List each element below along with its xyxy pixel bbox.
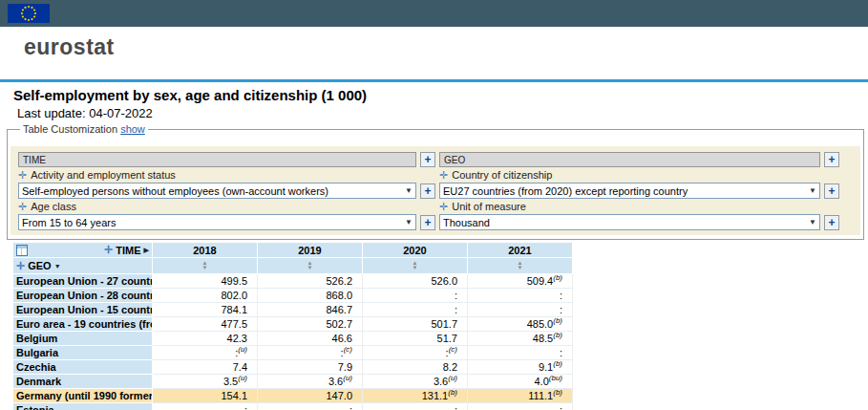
citizenship-add-button[interactable]: + [824,183,839,199]
time-add-button[interactable]: + [420,152,435,167]
data-cell: 51.7 [363,332,468,346]
table-row[interactable]: Euro area - 19 countries (fron477.5502.7… [13,317,573,332]
data-cell: 131.1(b) [363,389,468,403]
data-cell: 7.4 [153,360,258,375]
chevron-down-icon: ▼ [401,218,413,227]
geo-row-header: Bulgaria [13,346,153,360]
citizenship-select[interactable]: EU27 countries (from 2020) except report… [439,183,820,199]
move-icon[interactable]: ✛ [16,261,25,271]
unit-add-button[interactable]: + [824,215,839,230]
table-icon[interactable] [16,245,28,256]
unit-filter-label: ✛ Unit of measure [439,201,839,213]
chevron-down-icon: ▼ [401,186,413,195]
page-title: Self-employment by sex, age and citizens… [13,87,868,104]
data-cell: :(u) [153,346,258,360]
data-cell: 46.6 [258,332,363,346]
move-icon[interactable]: ✛ [104,245,113,255]
table-row[interactable]: Czechia7.47.98.29.1(b) [13,360,573,375]
time-column-header-cell: ✛ TIME ▶ [13,243,153,258]
table-row[interactable]: Denmark3.5(u)3.6(u)3.6(u)4.0(bu) [13,375,573,389]
data-cell: 8.2 [363,360,468,375]
geo-row-header: European Union - 28 countrie [13,289,153,303]
data-cell: 509.4(b) [468,274,573,289]
chevron-down-icon[interactable]: ▼ [54,263,61,270]
geo-dimension-box[interactable]: GEO [439,152,820,167]
time-header-label[interactable]: TIME [116,245,140,256]
geo-row-header: Czechia [13,360,153,375]
data-table: ✛ TIME ▶ 2018201920202021 ✛ GEO ▼ ▲▼▲▼▲▼… [13,243,573,410]
data-cell: 526.0 [363,274,468,289]
table-row[interactable]: European Union - 28 countrie802.0868.0:: [13,289,573,303]
table-customization-legend: Table Customization show [20,123,148,135]
data-cell: 7.9 [258,360,363,375]
data-cell: 499.5 [153,274,258,289]
activity-add-button[interactable]: + [420,183,435,199]
data-cell: 3.6(u) [258,375,363,389]
customization-body: TIME + ✛ Activity and employment status … [11,146,860,235]
data-cell: :(c) [258,346,363,360]
data-cell: 868.0 [258,289,363,303]
legend-text: Table Customization [23,123,117,135]
activity-select[interactable]: Self-employed persons without employees … [18,183,416,199]
last-update: Last update: 04-07-2022 [13,104,868,121]
data-cell: 846.7 [258,303,363,317]
data-cell: 485.0(b) [468,317,573,332]
data-cell: 111.1(b) [468,389,573,403]
data-cell: 42.3 [153,332,258,346]
logo-band: eurostat [0,27,868,67]
data-cell: 3.5(u) [153,375,258,389]
year-column-header-2018[interactable]: 2018 [153,243,258,258]
move-icon[interactable]: ✛ [439,202,448,212]
data-cell: 502.7 [258,317,363,332]
geo-add-button[interactable]: + [824,152,839,167]
data-cell: 4.0(bu) [468,375,573,389]
data-cell: : [468,289,573,303]
data-cell: : [363,303,468,317]
geo-row-header: Denmark [13,375,153,389]
data-cell: 154.1 [153,389,258,403]
data-cell: 802.0 [153,289,258,303]
age-class-filter-label: ✛ Age class [18,201,435,213]
data-cell: : [363,289,468,303]
year-column-header-2021[interactable]: 2021 [468,243,573,258]
age-class-add-button[interactable]: + [420,215,435,230]
chevron-right-icon[interactable]: ▶ [144,247,149,254]
geo-row-header: Estonia [13,403,153,410]
data-cell: 526.2 [258,274,363,289]
data-cell: : [153,403,258,410]
sort-spinner-2021[interactable]: ▲▼ [468,258,573,274]
data-cell: : [468,303,573,317]
geo-row-header: European Union - 27 countrie [13,274,153,289]
move-icon[interactable]: ✛ [18,202,27,212]
age-class-select[interactable]: From 15 to 64 years ▼ [18,214,416,230]
data-cell: 501.7 [363,317,468,332]
geo-row-header: Euro area - 19 countries (fron [13,317,153,332]
geo-row-header: Belgium [13,332,153,346]
table-row[interactable]: European Union - 15 countrie784.1846.7:: [13,303,573,317]
table-row[interactable]: Belgium42.346.651.748.5(b) [13,332,573,346]
unit-select[interactable]: Thousand ▼ [439,214,820,230]
table-row[interactable]: European Union - 27 countrie499.5526.252… [13,274,573,289]
table-row[interactable]: Bulgaria:(u):(c):(c): [13,346,573,360]
move-icon[interactable]: ✛ [439,170,448,181]
sort-spinner-2018[interactable]: ▲▼ [153,258,258,274]
eu-flag-icon [8,4,50,23]
year-column-header-2019[interactable]: 2019 [258,243,363,258]
sort-spinner-2020[interactable]: ▲▼ [363,258,468,274]
data-cell: 477.5 [153,317,258,332]
show-link[interactable]: show [120,123,145,135]
data-cell: : [468,403,573,410]
table-row[interactable]: Estonia:::: [13,403,573,410]
table-row[interactable]: Germany (until 1990 former t154.1147.013… [13,389,573,403]
geo-header-label[interactable]: GEO [28,260,51,271]
move-icon[interactable]: ✛ [18,170,27,181]
data-cell: : [363,403,468,410]
year-column-header-2020[interactable]: 2020 [363,243,468,258]
sort-spinner-2019[interactable]: ▲▼ [258,258,363,274]
citizenship-filter-label: ✛ Country of citizenship [439,169,839,182]
time-dimension-box[interactable]: TIME [18,152,416,167]
eurostat-logo: eurostat [24,34,115,60]
chevron-down-icon: ▼ [805,218,816,227]
top-bar [0,0,868,27]
geo-row-header: Germany (until 1990 former t [13,389,153,403]
